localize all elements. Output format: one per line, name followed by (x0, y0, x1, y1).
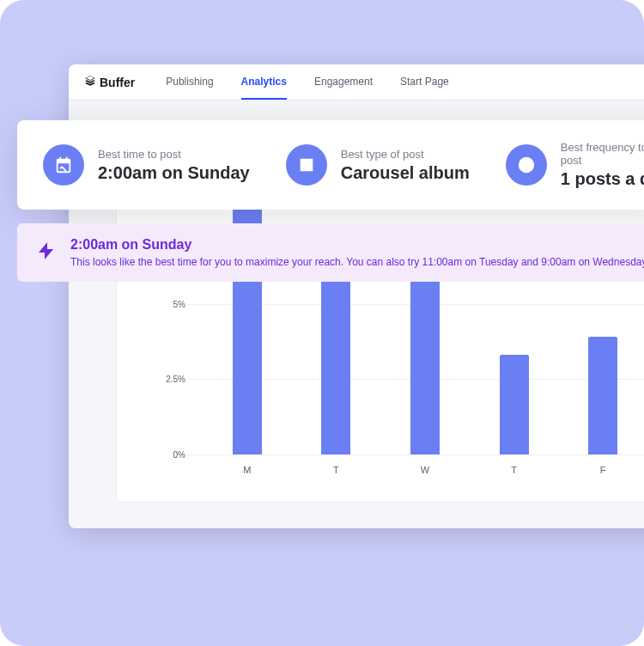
y-axis-label: 0% (156, 450, 185, 460)
x-axis-label: W (421, 465, 429, 475)
x-axis-label: T (511, 465, 517, 475)
stat-value: 1 posts a day (561, 169, 644, 189)
nav: Publishing Analytics Engagement Start Pa… (166, 65, 449, 100)
stat-label: Best type of post (341, 148, 470, 161)
nav-publishing[interactable]: Publishing (166, 65, 213, 100)
bar (588, 337, 617, 454)
stat-best-time: Best time to post 2:00am on Sunday (43, 141, 250, 189)
insight-title: 2:00am on Sunday (70, 237, 644, 253)
x-axis-label: M (243, 465, 251, 475)
nav-startpage[interactable]: Start Page (400, 65, 449, 100)
stage: Buffer Publishing Analytics Engagement S… (0, 0, 644, 646)
stat-value: 2:00am on Sunday (98, 163, 250, 183)
insight-bar: 2:00am on Sunday This looks like the bes… (17, 223, 644, 282)
lightning-icon (36, 237, 57, 268)
stat-strip: Best time to post 2:00am on Sunday Best … (17, 120, 644, 210)
stat-label: Best time to post (98, 148, 250, 161)
brand-name: Buffer (100, 76, 135, 89)
bar (500, 355, 529, 454)
gridline (187, 454, 644, 455)
document-icon (286, 144, 327, 186)
x-axis-label: T (333, 465, 339, 475)
bar (321, 259, 350, 454)
stat-best-type: Best type of post Carousel album (286, 141, 470, 189)
topbar: Buffer Publishing Analytics Engagement S… (69, 64, 644, 101)
x-axis-label: F (600, 465, 606, 475)
calendar-icon (43, 144, 84, 186)
brand-icon (84, 75, 96, 89)
stat-label: Best frequency to post (561, 141, 644, 167)
nav-engagement[interactable]: Engagement (314, 65, 373, 100)
brand[interactable]: Buffer (84, 75, 135, 89)
y-axis-label: 2.5% (156, 375, 185, 384)
clock-icon (506, 144, 547, 186)
insight-desc: This looks like the best time for you to… (70, 256, 644, 268)
nav-analytics[interactable]: Analytics (241, 65, 287, 100)
stat-best-freq: Best frequency to post 1 posts a day (506, 141, 644, 189)
y-axis-label: 5% (156, 299, 185, 308)
stat-value: Carousel album (341, 163, 470, 183)
